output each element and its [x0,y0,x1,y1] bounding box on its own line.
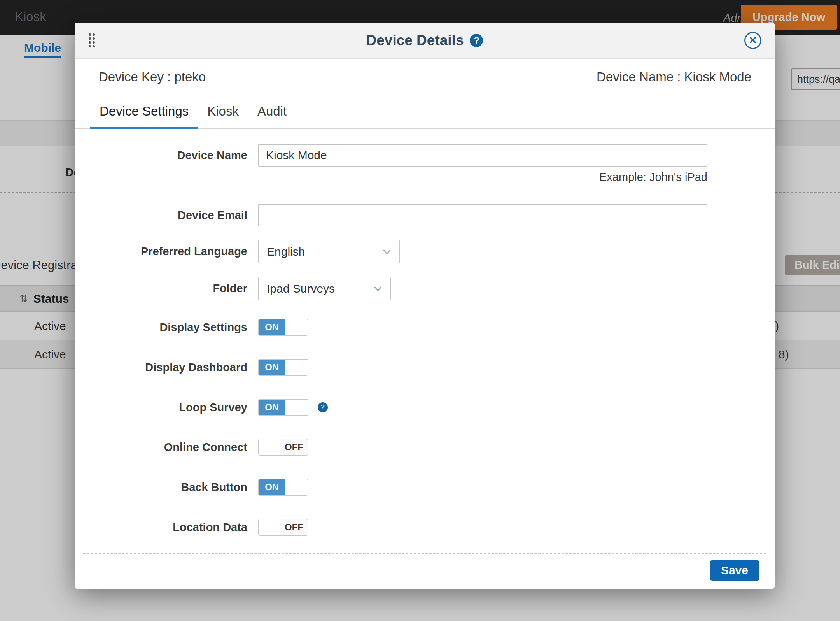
form-row-folder: Folder Ipad Surveys [75,277,391,300]
location-data-toggle[interactable]: OFF [258,519,308,536]
display-settings-toggle[interactable]: ON [258,319,308,336]
online-connect-label: Online Connect [75,441,247,454]
display-dashboard-toggle[interactable]: ON [258,359,308,376]
form-row-device-name: Device Name [75,144,707,167]
modal-title-wrap: Device Details ? [75,23,775,58]
display-dashboard-label: Display Dashboard [75,361,247,374]
device-details-modal: Device Details ? × Device Key : pteko De… [75,23,775,589]
loop-survey-label: Loop Survey [75,401,247,414]
loop-survey-toggle[interactable]: ON [258,399,308,416]
modal-header: Device Details ? × [75,23,775,59]
chevron-down-icon [382,247,392,257]
device-email-input[interactable] [258,204,707,226]
modal-title: Device Details [366,32,464,49]
close-button[interactable]: × [744,32,761,49]
folder-field-label: Folder [75,282,247,295]
selected-value: Ipad Surveys [267,282,335,295]
footer-dashed-divider [83,553,766,554]
device-name-helper-text: Example: John's iPad [258,171,707,184]
folder-select[interactable]: Ipad Surveys [258,277,391,300]
tab-device-settings[interactable]: Device Settings [90,95,198,129]
device-name-field-label: Device Name [75,149,247,162]
form-row-preferred-language: Preferred Language English [75,240,400,263]
form-row-location-data: Location Data OFF [75,519,308,536]
selected-value: English [267,245,305,258]
back-button-toggle[interactable]: ON [258,479,308,496]
online-connect-toggle[interactable]: OFF [258,439,308,456]
device-name-text: Device Name : Kiosk Mode [597,70,751,84]
form-row-display-dashboard: Display Dashboard ON [75,359,308,376]
loop-survey-help-icon[interactable]: ? [318,402,328,412]
display-settings-label: Display Settings [75,321,247,334]
toggle-handle [285,360,308,375]
device-name-input[interactable] [258,144,707,167]
tab-kiosk[interactable]: Kiosk [198,95,248,129]
toggle-on-label: ON [259,479,285,495]
form-row-device-email: Device Email [75,204,707,226]
toggle-handle [259,519,280,535]
toggle-off-label: OFF [280,439,308,455]
device-email-field-label: Device Email [75,209,247,222]
back-button-label: Back Button [75,481,247,494]
tab-audit[interactable]: Audit [248,95,296,129]
preferred-language-field-label: Preferred Language [75,245,247,258]
help-icon[interactable]: ? [470,34,483,47]
modal-tabs: Device Settings Kiosk Audit [75,95,775,129]
toggle-handle [285,319,308,335]
modal-subheader: Device Key : pteko Device Name : Kiosk M… [75,59,775,95]
close-icon: × [749,33,756,46]
toggle-on-label: ON [259,360,285,375]
toggle-handle [285,479,308,495]
toggle-on-label: ON [259,400,285,415]
form-row-loop-survey: Loop Survey ON ? [75,399,328,416]
toggle-handle [285,400,308,415]
toggle-handle [259,439,280,455]
preferred-language-select[interactable]: English [258,240,400,263]
form-row-online-connect: Online Connect OFF [75,439,308,456]
save-button[interactable]: Save [710,560,759,581]
toggle-off-label: OFF [280,519,308,535]
location-data-label: Location Data [75,521,247,534]
form-row-back-button: Back Button ON [75,479,308,496]
form-row-display-settings: Display Settings ON [75,319,308,336]
chevron-down-icon [373,284,383,294]
device-key-text: Device Key : pteko [99,70,206,84]
toggle-on-label: ON [259,319,285,335]
